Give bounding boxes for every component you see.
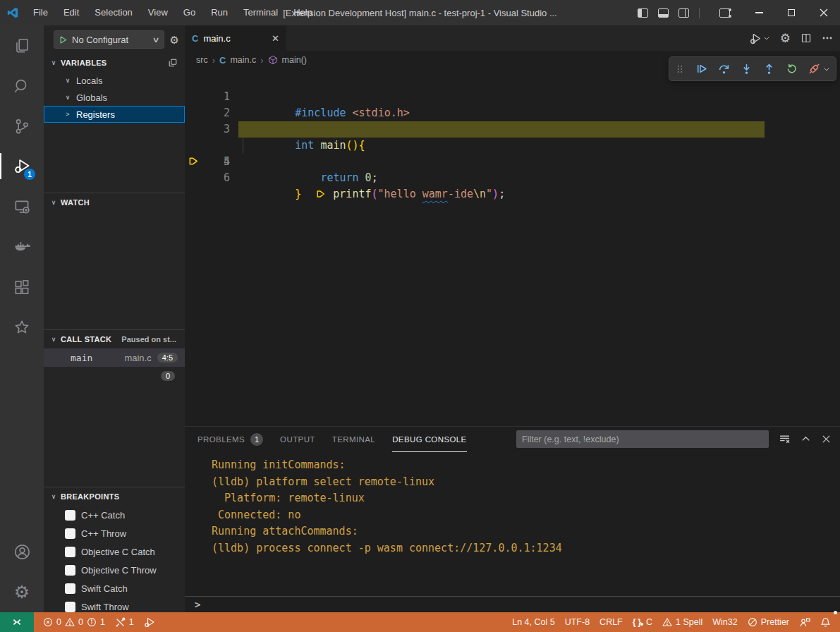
restart-icon[interactable]	[786, 63, 798, 75]
close-button[interactable]	[808, 0, 840, 25]
tab-close-icon[interactable]: ✕	[272, 33, 279, 44]
run-debug-menu-button[interactable]	[750, 32, 770, 44]
sidebar-item-explorer[interactable]	[0, 25, 44, 66]
split-editor-icon[interactable]	[801, 32, 812, 44]
stack-frame-row[interactable]: main main.c 4:5	[44, 348, 185, 367]
platform-status[interactable]: Win32	[707, 612, 742, 632]
console-filter-input[interactable]	[516, 430, 769, 448]
panel-tab[interactable]: PROBLEMS 1	[197, 427, 263, 452]
breakpoint-row[interactable]: Swift Catch	[44, 579, 185, 597]
code-token: -ide	[448, 188, 473, 200]
encoding-selector[interactable]: UTF-8	[560, 612, 595, 632]
watch-header[interactable]: ∨ WATCH	[44, 193, 185, 212]
sidebar-item-search[interactable]	[0, 66, 44, 106]
code-token: main	[320, 139, 346, 152]
variables-tree-item[interactable]: > Registers	[44, 106, 185, 123]
menu-item[interactable]: Terminal	[236, 0, 286, 25]
status-bar: 0 0 1 1 Ln 4, Col 5 UTF-8 CRLF { }	[0, 612, 840, 632]
notifications-button[interactable]	[815, 612, 836, 632]
menu-item[interactable]: View	[140, 0, 176, 25]
breakpoint-row[interactable]: Objective C Catch	[44, 542, 185, 561]
debug-console-input[interactable]: >	[185, 596, 840, 612]
variables-tree-item[interactable]: ∨ Locals	[44, 72, 185, 89]
collapse-all-icon[interactable]	[168, 58, 179, 68]
step-over-icon[interactable]	[718, 63, 730, 75]
cursor-position[interactable]: Ln 4, Col 5	[507, 612, 559, 632]
sidebar-item-source-control[interactable]	[0, 106, 44, 146]
code-editor[interactable]: 1 #include <stdio.h> 2 3 int main(){ 4	[185, 69, 840, 426]
console-line: Running attachCommands:	[212, 523, 840, 540]
breakpoint-checkbox[interactable]	[65, 602, 75, 612]
step-into-icon[interactable]	[741, 63, 753, 75]
account-button[interactable]	[0, 532, 44, 572]
thread-row[interactable]: 0	[44, 367, 185, 385]
breakpoint-checkbox[interactable]	[65, 583, 75, 594]
clear-console-icon[interactable]	[779, 433, 791, 445]
run-debug-icon	[750, 32, 762, 44]
disconnect-button[interactable]	[808, 63, 830, 75]
maximize-button[interactable]	[775, 0, 808, 25]
sidebar-item-remote-explorer[interactable]	[0, 186, 44, 226]
menu-item[interactable]: Edit	[56, 0, 87, 25]
feedback-button[interactable]	[794, 612, 815, 632]
breakpoint-checkbox[interactable]	[65, 547, 75, 557]
debug-console-output[interactable]: Running initCommands:(lldb) platform sel…	[185, 452, 840, 596]
maximize-panel-icon[interactable]	[801, 434, 811, 444]
menu-item[interactable]: Selection	[87, 0, 140, 25]
sidebar-item-starred[interactable]	[0, 307, 44, 347]
breakpoint-row[interactable]: C++ Catch	[44, 506, 185, 524]
breakpoint-row[interactable]: C++ Throw	[44, 524, 185, 542]
configure-gear-icon[interactable]: ⚙	[170, 35, 179, 45]
tree-chevron-icon: ∨	[63, 94, 72, 101]
close-panel-icon[interactable]	[821, 434, 832, 444]
tab-main-c[interactable]: C main.c ✕	[185, 25, 286, 51]
panel-tab[interactable]: DEBUG CONSOLE	[392, 427, 467, 452]
debug-status[interactable]	[139, 612, 160, 632]
customize-layout-icon[interactable]	[719, 8, 730, 18]
formatter-status[interactable]: Prettier	[743, 612, 794, 632]
eol-selector[interactable]: CRLF	[595, 612, 628, 632]
panel-tab[interactable]: OUTPUT	[280, 427, 315, 452]
panel-tab[interactable]: TERMINAL	[332, 427, 375, 452]
breakpoint-row[interactable]: Swift Throw	[44, 597, 185, 612]
variables-tree-item[interactable]: ∨ Globals	[44, 89, 185, 106]
breakpoint-checkbox[interactable]	[65, 565, 75, 576]
sidebar-item-docker[interactable]	[0, 226, 44, 267]
step-out-icon[interactable]	[763, 63, 775, 75]
close-icon	[820, 8, 828, 17]
toggle-secondary-sidebar-icon[interactable]	[678, 8, 689, 18]
breadcrumb-folder[interactable]: src	[196, 55, 208, 65]
continue-icon[interactable]	[695, 63, 707, 75]
toggle-panel-icon[interactable]	[658, 8, 669, 18]
sidebar-item-run-debug[interactable]: 1	[0, 146, 44, 186]
breakpoint-row[interactable]: Objective C Throw	[44, 561, 185, 579]
more-actions-icon[interactable]	[822, 32, 833, 44]
breakpoint-checkbox[interactable]	[65, 528, 75, 539]
toggle-sidebar-icon[interactable]	[638, 8, 648, 18]
editor-settings-gear-icon[interactable]: ⚙	[780, 31, 791, 46]
menu-item[interactable]: Help	[286, 0, 320, 25]
menu-item[interactable]: File	[25, 0, 56, 25]
breakpoints-section: ∨ BREAKPOINTS C++ Catch C++ Throw	[44, 487, 185, 612]
menu-item[interactable]: Go	[176, 0, 203, 25]
breadcrumb-file[interactable]: main.c	[230, 55, 256, 65]
variables-header[interactable]: ∨ VARIABLES	[44, 54, 185, 72]
menu-item[interactable]: Run	[203, 0, 236, 25]
chevron-down-icon: ∨	[152, 35, 160, 44]
panel-actions	[516, 430, 832, 448]
toolchain-status[interactable]: 1	[110, 612, 139, 632]
remote-indicator[interactable]	[0, 612, 34, 632]
settings-button[interactable]: ⚙	[0, 572, 44, 612]
problems-status[interactable]: 0 0 1	[38, 612, 110, 632]
code-token: <stdio.h>	[353, 107, 410, 119]
spell-checker-status[interactable]: 1 Spell	[657, 612, 707, 632]
breakpoint-checkbox[interactable]	[65, 510, 75, 521]
launch-configuration-dropdown[interactable]: No Configurat ∨	[54, 30, 164, 49]
breakpoints-header[interactable]: ∨ BREAKPOINTS	[44, 487, 185, 506]
breadcrumb-symbol[interactable]: main()	[282, 55, 307, 65]
minimize-button[interactable]	[743, 0, 775, 25]
call-stack-header[interactable]: ∨ CALL STACK Paused on st...	[44, 330, 185, 348]
toolbar-grip-icon[interactable]	[675, 64, 685, 74]
language-mode-selector[interactable]: { } C	[628, 612, 657, 632]
sidebar-item-extensions[interactable]	[0, 267, 44, 307]
